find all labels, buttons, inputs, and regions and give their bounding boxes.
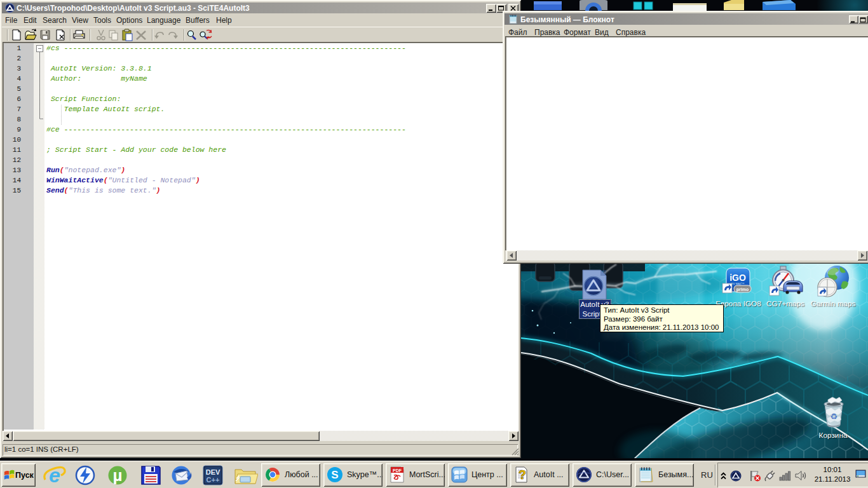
svg-text:♻: ♻ [830,412,837,421]
svg-text:DEV: DEV [206,468,220,476]
svg-text:µ: µ [113,466,123,485]
svg-text:?: ? [519,468,526,482]
svg-text:S: S [331,469,338,481]
svg-text:C++: C++ [207,476,220,484]
svg-text:my way!™: my way!™ [731,282,744,285]
svg-text:PDF: PDF [393,468,402,473]
svg-text:iGO: iGO [729,273,746,283]
svg-text:primo: primo [736,287,749,292]
